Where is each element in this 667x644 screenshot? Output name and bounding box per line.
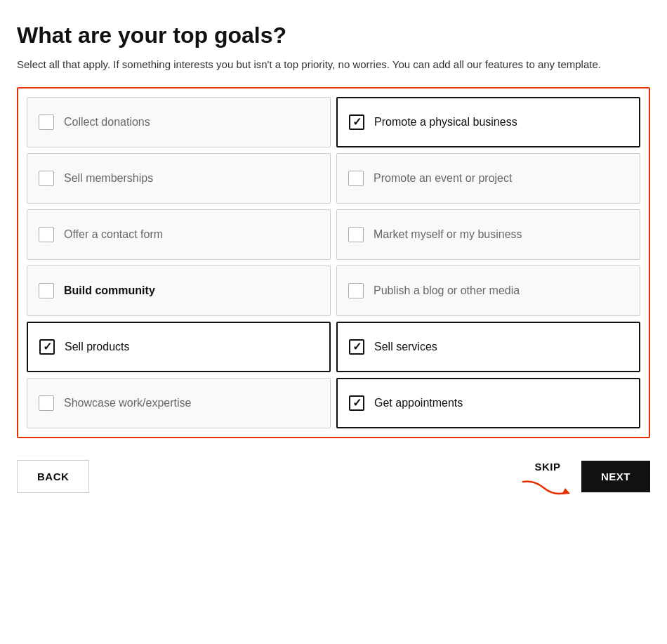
- checkbox-sell-services: ✓: [349, 339, 364, 355]
- goal-item-promote-event[interactable]: Promote an event or project: [336, 153, 640, 204]
- goal-item-offer-contact[interactable]: Offer a contact form: [27, 209, 331, 260]
- checkmark-icon: ✓: [352, 340, 362, 353]
- footer: BACK SKIP NEXT: [17, 455, 650, 498]
- goal-label-promote-physical: Promote a physical business: [374, 116, 517, 129]
- checkbox-collect-donations: [39, 114, 54, 130]
- skip-button[interactable]: SKIP: [526, 455, 569, 478]
- checkmark-icon: ✓: [352, 396, 362, 409]
- goal-label-collect-donations: Collect donations: [64, 116, 150, 129]
- goal-label-build-community: Build community: [64, 284, 155, 297]
- goal-label-get-appointments: Get appointments: [374, 397, 463, 409]
- checkmark-icon: ✓: [43, 340, 52, 353]
- checkbox-publish-blog: [348, 283, 364, 298]
- checkbox-sell-products: ✓: [39, 339, 55, 355]
- checkbox-get-appointments: ✓: [349, 395, 364, 411]
- goal-item-publish-blog[interactable]: Publish a blog or other media: [336, 265, 640, 316]
- checkbox-showcase-work: [39, 395, 54, 411]
- svg-marker-0: [562, 488, 570, 494]
- goal-label-market-myself: Market myself or my business: [374, 228, 522, 241]
- checkbox-offer-contact: [39, 227, 54, 242]
- checkbox-promote-event: [348, 171, 364, 186]
- skip-arrow-container: [520, 478, 576, 498]
- goal-item-market-myself[interactable]: Market myself or my business: [336, 209, 640, 260]
- checkmark-icon: ✓: [352, 115, 362, 129]
- goal-label-publish-blog: Publish a blog or other media: [374, 284, 520, 297]
- goals-grid: Collect donations✓Promote a physical bus…: [27, 97, 640, 428]
- next-button[interactable]: NEXT: [581, 461, 650, 492]
- right-footer: SKIP NEXT: [520, 455, 650, 498]
- skip-arrow-icon: [520, 478, 576, 498]
- goal-item-collect-donations[interactable]: Collect donations: [27, 97, 331, 147]
- checkbox-market-myself: [348, 227, 364, 242]
- goal-label-sell-services: Sell services: [374, 341, 437, 353]
- checkbox-sell-memberships: [39, 171, 54, 186]
- goal-item-promote-physical[interactable]: ✓Promote a physical business: [336, 97, 640, 147]
- goals-container: Collect donations✓Promote a physical bus…: [17, 87, 650, 438]
- goal-label-sell-products: Sell products: [65, 341, 130, 353]
- goal-item-sell-services[interactable]: ✓Sell services: [336, 322, 640, 372]
- goal-label-showcase-work: Showcase work/expertise: [64, 397, 191, 409]
- checkbox-promote-physical: ✓: [349, 114, 364, 130]
- goal-item-build-community[interactable]: Build community: [27, 265, 331, 316]
- page-subtitle: Select all that apply. If something inte…: [17, 57, 650, 73]
- page-title: What are your top goals?: [17, 22, 650, 48]
- back-button[interactable]: BACK: [17, 460, 89, 493]
- goal-item-sell-memberships[interactable]: Sell memberships: [27, 153, 331, 204]
- goal-item-sell-products[interactable]: ✓Sell products: [27, 322, 331, 372]
- checkbox-build-community: [39, 283, 54, 298]
- goal-item-showcase-work[interactable]: Showcase work/expertise: [27, 378, 331, 428]
- goal-label-sell-memberships: Sell memberships: [64, 172, 153, 185]
- goal-label-offer-contact: Offer a contact form: [64, 228, 163, 241]
- goal-label-promote-event: Promote an event or project: [374, 172, 512, 185]
- goal-item-get-appointments[interactable]: ✓Get appointments: [336, 378, 640, 428]
- skip-area: SKIP: [520, 455, 576, 498]
